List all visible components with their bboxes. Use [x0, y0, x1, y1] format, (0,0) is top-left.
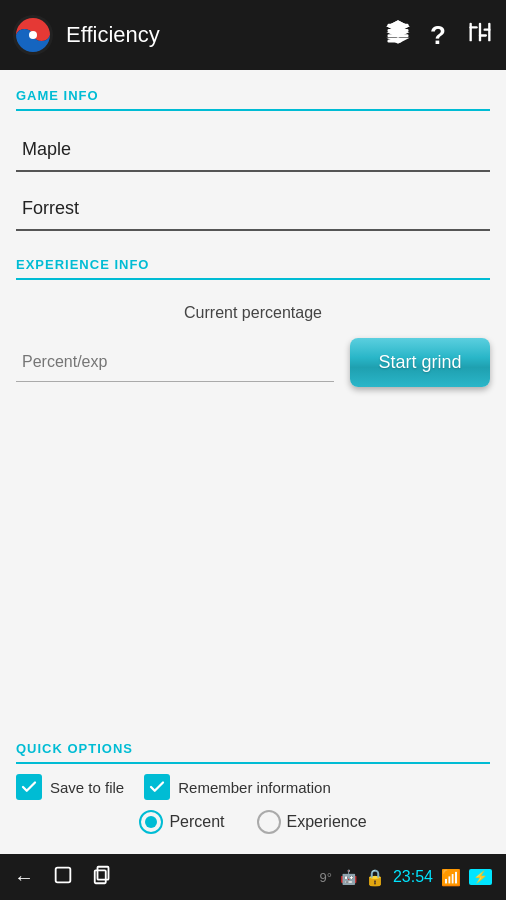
svg-rect-6 — [470, 23, 472, 42]
svg-rect-3 — [388, 29, 409, 32]
temperature-display: 9° — [320, 870, 332, 885]
top-bar: Efficiency ? — [0, 0, 506, 70]
experience-radio-outer — [257, 810, 281, 834]
checkboxes-row: Save to file Remember information — [16, 774, 490, 800]
remember-info-label: Remember information — [178, 779, 331, 796]
quick-options-divider — [16, 762, 490, 764]
status-right-section: 9° 🤖 🔒 23:54 📶 ⚡ — [320, 868, 492, 887]
percent-exp-input[interactable] — [16, 343, 334, 382]
save-to-file-label: Save to file — [50, 779, 124, 796]
percent-radio-label: Percent — [169, 813, 224, 831]
radio-row: Percent Experience — [16, 810, 490, 834]
percent-radio[interactable]: Percent — [139, 810, 224, 834]
current-percentage-label: Current percentage — [0, 304, 506, 322]
app-logo-icon — [12, 14, 54, 56]
svg-rect-2 — [388, 24, 409, 27]
quick-options-section: QUICK OPTIONS Save to file Remember info… — [0, 723, 506, 854]
app-title: Efficiency — [66, 22, 364, 48]
svg-rect-12 — [56, 867, 71, 882]
settings-sliders-icon[interactable] — [466, 18, 494, 52]
layers-icon[interactable] — [384, 18, 412, 52]
help-icon[interactable]: ? — [430, 20, 446, 51]
clock-display: 23:54 — [393, 868, 433, 886]
percent-radio-inner — [145, 816, 157, 828]
svg-rect-5 — [388, 40, 402, 43]
game-field-1[interactable] — [16, 129, 490, 172]
remember-info-checkbox[interactable]: Remember information — [144, 774, 331, 800]
wifi-icon: 📶 — [441, 868, 461, 887]
svg-rect-14 — [95, 870, 106, 883]
status-nav-icons: ← — [14, 864, 320, 891]
experience-radio-label: Experience — [287, 813, 367, 831]
svg-point-1 — [29, 31, 37, 39]
android-icon: 🤖 — [340, 869, 357, 885]
save-to-file-checkbox-box — [16, 774, 42, 800]
svg-rect-11 — [484, 29, 491, 31]
svg-rect-4 — [388, 34, 409, 37]
recent-apps-icon[interactable] — [92, 864, 114, 891]
percent-radio-outer — [139, 810, 163, 834]
svg-rect-10 — [488, 23, 490, 42]
home-icon[interactable] — [52, 864, 74, 891]
svg-rect-9 — [479, 34, 487, 36]
exp-input-row: Start grind — [16, 338, 490, 387]
remember-info-checkbox-box — [144, 774, 170, 800]
quick-options-header: QUICK OPTIONS — [16, 741, 490, 756]
back-icon[interactable]: ← — [14, 866, 34, 889]
game-info-divider — [16, 109, 490, 111]
status-bar: ← 9° 🤖 🔒 23:54 📶 ⚡ — [0, 854, 506, 900]
main-content: GAME INFO EXPERIENCE INFO Current percen… — [0, 70, 506, 854]
battery-icon: ⚡ — [469, 869, 492, 885]
lock-icon: 🔒 — [365, 868, 385, 887]
svg-rect-7 — [470, 26, 478, 28]
game-field-2[interactable] — [16, 188, 490, 231]
experience-radio[interactable]: Experience — [257, 810, 367, 834]
svg-rect-8 — [479, 23, 481, 42]
save-to-file-checkbox[interactable]: Save to file — [16, 774, 124, 800]
experience-info-divider — [16, 278, 490, 280]
start-grind-button[interactable]: Start grind — [350, 338, 490, 387]
game-info-header: GAME INFO — [16, 88, 490, 103]
experience-info-header: EXPERIENCE INFO — [16, 257, 490, 272]
svg-rect-13 — [98, 866, 109, 879]
